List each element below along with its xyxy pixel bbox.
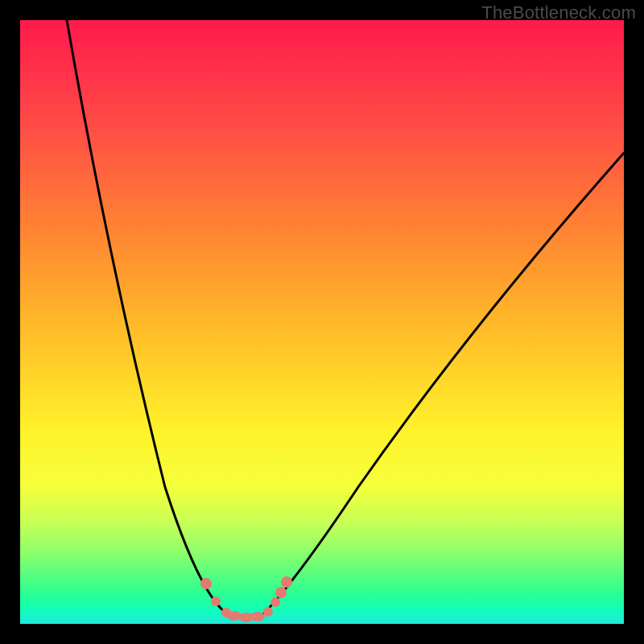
marker-group [200,576,292,622]
plot-area [20,20,624,624]
chart-svg [20,20,624,624]
marker-dot [275,587,287,598]
marker-dot [270,597,280,607]
outer-frame: TheBottleneck.com [0,0,644,644]
marker-dot [263,607,273,617]
marker-dot [211,597,221,606]
marker-dot [200,578,212,589]
curve-right-branch [262,153,624,616]
marker-dot [227,611,242,621]
curve-left-branch [67,20,230,616]
marker-dot [250,612,265,621]
marker-dot [281,576,292,588]
watermark-text: TheBottleneck.com [481,2,636,23]
